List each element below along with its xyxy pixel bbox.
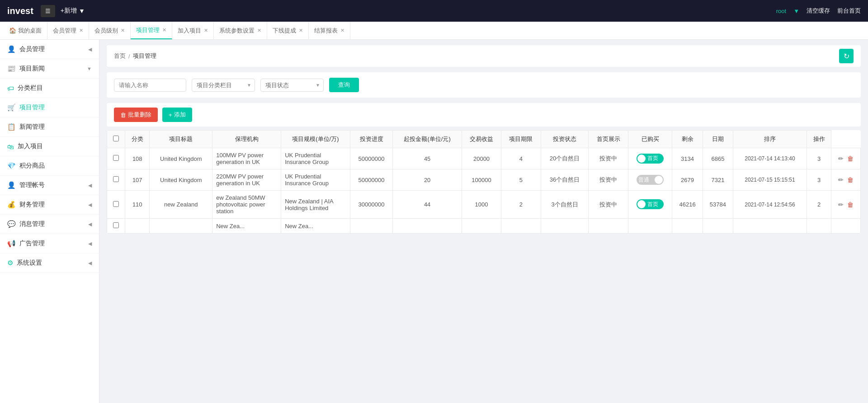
edit-button[interactable]: ✏ [838, 201, 844, 208]
ad-icon: 📢 [7, 239, 16, 248]
row-id [125, 219, 150, 234]
tab-close-member-level[interactable]: ✕ [121, 28, 125, 33]
col-date: 日期 [703, 131, 733, 148]
tab-close-project-mgmt[interactable]: ✕ [162, 27, 166, 33]
user-dropdown-icon[interactable]: ▼ [793, 8, 799, 14]
row-actions [831, 219, 861, 234]
tab-join-project[interactable]: 加入项目 ✕ [172, 22, 214, 39]
table-row: New Zea... New Zea... [107, 219, 861, 234]
tab-member-level[interactable]: 会员级别 ✕ [89, 22, 131, 39]
delete-button[interactable]: 🗑 [847, 201, 854, 208]
news-mgmt-icon: 📋 [7, 123, 16, 131]
sidebar-item-join-project[interactable]: 🛍 加入项目 [0, 137, 99, 156]
message-icon: 💬 [7, 220, 16, 228]
arrow-icon: ◀ [88, 241, 92, 247]
delete-button[interactable]: 🗑 [847, 176, 854, 183]
row-date: 2021-07-14 14:13:40 [733, 148, 807, 169]
clear-cache-link[interactable]: 清空缓存 [807, 7, 830, 15]
tab-desk[interactable]: 🏠 我的桌面 [4, 22, 47, 39]
row-checkbox[interactable] [113, 176, 119, 182]
tab-close-join-project[interactable]: ✕ [204, 28, 208, 33]
row-checkbox[interactable] [113, 222, 119, 228]
project-icon: 🛒 [7, 103, 16, 112]
row-checkbox-cell [107, 169, 125, 191]
tab-system-params[interactable]: 系统参数设置 ✕ [214, 22, 267, 39]
content-area: 首页 / 项目管理 ↻ 项目分类栏目 [99, 40, 868, 403]
delete-button[interactable]: 🗑 [847, 155, 854, 162]
row-id: 107 [125, 169, 150, 191]
col-status: 投资状态 [541, 131, 589, 148]
row-date: 2021-07-15 15:15:51 [733, 169, 807, 191]
row-title: New Zea... [212, 219, 281, 234]
col-homepage: 首页展示 [589, 131, 628, 148]
row-date [733, 219, 807, 234]
user-info[interactable]: root [776, 8, 786, 14]
tab-close-downline[interactable]: ✕ [299, 28, 303, 33]
name-search-input[interactable] [114, 79, 186, 92]
tab-settlement[interactable]: 结算报表 ✕ [309, 22, 350, 39]
tab-close-settlement[interactable]: ✕ [340, 28, 344, 33]
tab-close-system-params[interactable]: ✕ [257, 28, 261, 33]
row-remaining [703, 219, 733, 234]
row-actions: ✏🗑 [831, 169, 861, 191]
sidebar-item-ad-mgmt[interactable]: 📢 广告管理 ◀ [0, 234, 99, 253]
homepage-toggle[interactable]: 首页 [637, 154, 664, 164]
sidebar-item-points-shop[interactable]: 💎 积分商品 [0, 156, 99, 176]
row-revenue: 4 [501, 148, 541, 169]
col-scale: 项目规模(单位/万) [281, 131, 350, 148]
row-scale: 50000000 [350, 169, 393, 191]
homepage-toggle[interactable]: 首页 [637, 199, 664, 209]
row-remaining: 53784 [703, 191, 733, 219]
sidebar-item-system-settings[interactable]: ⚙ 系统设置 ◀ [0, 253, 99, 273]
add-new-button[interactable]: +新增 ▼ [61, 7, 85, 15]
tab-project-mgmt[interactable]: 项目管理 ✕ [131, 22, 172, 39]
refresh-button[interactable]: ↻ [839, 49, 854, 63]
top-right-actions: root ▼ 清空缓存 前台首页 [776, 7, 861, 15]
add-button[interactable]: + 添加 [162, 108, 192, 122]
category-select[interactable]: 项目分类栏目 [192, 79, 255, 92]
front-page-link[interactable]: 前台首页 [837, 7, 861, 15]
row-period: 36个自然日 [541, 169, 589, 191]
account-icon: 👤 [7, 181, 16, 189]
col-action: 操作 [807, 131, 831, 148]
row-scale: 30000000 [350, 191, 393, 219]
sidebar-item-message-mgmt[interactable]: 💬 消息管理 ◀ [0, 215, 99, 234]
edit-button[interactable]: ✏ [838, 155, 844, 162]
tab-member[interactable]: 会员管理 ✕ [47, 22, 89, 39]
select-all-header [107, 131, 125, 148]
sidebar-item-member-mgmt[interactable]: 👤 会员管理 ◀ [0, 40, 99, 59]
arrow-icon: ◀ [88, 221, 92, 227]
row-checkbox[interactable] [113, 201, 119, 207]
tab-bar: 🏠 我的桌面 会员管理 ✕ 会员级别 ✕ 项目管理 ✕ 加入项目 ✕ 系统参数设… [0, 22, 868, 40]
row-min-invest: 20000 [462, 148, 501, 169]
row-actions: ✏🗑 [831, 191, 861, 219]
sidebar-item-account-mgmt[interactable]: 👤 管理帐号 ◀ [0, 176, 99, 195]
col-remaining: 剩余 [672, 131, 703, 148]
row-homepage [628, 219, 672, 234]
join-icon: 🛍 [7, 143, 14, 150]
homepage-toggle[interactable]: 普通 [637, 175, 664, 185]
row-status: 投资中 [589, 148, 628, 169]
batch-delete-button[interactable]: 🗑 批量删除 [114, 108, 158, 122]
tab-downline[interactable]: 下线提成 ✕ [267, 22, 309, 39]
breadcrumb-current: 项目管理 [133, 52, 156, 60]
sidebar-item-finance-mgmt[interactable]: 💰 财务管理 ◀ [0, 195, 99, 215]
sidebar-item-category[interactable]: 🏷 分类栏目 [0, 79, 99, 98]
row-scale: 50000000 [350, 148, 393, 169]
tab-close-member[interactable]: ✕ [79, 28, 83, 33]
row-checkbox[interactable] [113, 155, 119, 161]
col-revenue: 交易收益 [462, 131, 501, 148]
row-period: 3个自然日 [541, 191, 589, 219]
status-select[interactable]: 项目状态 [260, 79, 324, 92]
query-button[interactable]: 查询 [329, 78, 359, 92]
sidebar-item-project-mgmt[interactable]: 🛒 项目管理 [0, 98, 99, 117]
select-all-checkbox[interactable] [113, 136, 119, 141]
filter-bar: 项目分类栏目 项目状态 查询 [107, 72, 861, 98]
breadcrumb-home[interactable]: 首页 [114, 52, 126, 60]
row-homepage: 首页 [628, 148, 672, 169]
hamburger-button[interactable]: ☰ [41, 5, 55, 17]
sidebar-item-project-news[interactable]: 📰 项目新闻 ▼ [0, 59, 99, 79]
finance-icon: 💰 [7, 201, 16, 209]
sidebar-item-news-mgmt[interactable]: 📋 新闻管理 [0, 117, 99, 137]
edit-button[interactable]: ✏ [838, 176, 844, 183]
